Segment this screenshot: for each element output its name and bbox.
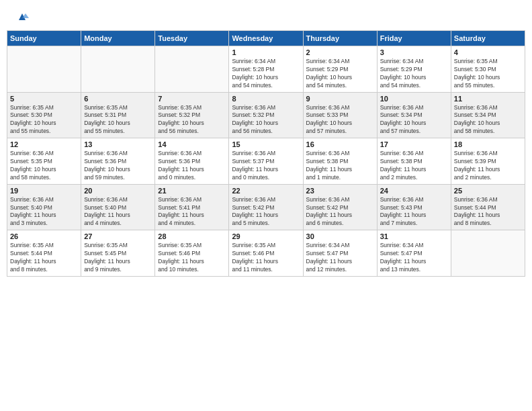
calendar-cell [81,46,155,93]
day-number: 11 [454,95,522,103]
day-number: 4 [454,48,522,56]
day-number: 9 [306,95,374,103]
weekday-header: Tuesday [155,31,229,46]
day-info: Sunrise: 6:34 AM Sunset: 5:47 PM Dayligh… [380,242,448,274]
day-info: Sunrise: 6:36 AM Sunset: 5:38 PM Dayligh… [306,150,374,182]
calendar-cell: 27Sunrise: 6:35 AM Sunset: 5:45 PM Dayli… [81,230,155,277]
day-info: Sunrise: 6:35 AM Sunset: 5:32 PM Dayligh… [158,104,226,136]
weekday-header: Monday [81,31,155,46]
calendar-week-row: 26Sunrise: 6:35 AM Sunset: 5:44 PM Dayli… [7,230,525,277]
calendar-week-row: 19Sunrise: 6:36 AM Sunset: 5:40 PM Dayli… [7,184,525,230]
calendar-cell [451,230,525,277]
calendar-cell: 9Sunrise: 6:36 AM Sunset: 5:33 PM Daylig… [303,92,377,138]
calendar-cell: 13Sunrise: 6:36 AM Sunset: 5:36 PM Dayli… [81,138,155,185]
day-info: Sunrise: 6:36 AM Sunset: 5:40 PM Dayligh… [84,196,152,228]
day-number: 29 [232,232,300,240]
calendar-cell: 23Sunrise: 6:36 AM Sunset: 5:42 PM Dayli… [303,184,377,230]
calendar-cell: 8Sunrise: 6:36 AM Sunset: 5:32 PM Daylig… [229,92,303,138]
calendar-table: SundayMondayTuesdayWednesdayThursdayFrid… [7,30,525,277]
day-number: 13 [84,140,152,148]
calendar-cell: 31Sunrise: 6:34 AM Sunset: 5:47 PM Dayli… [377,230,451,277]
weekday-header: Wednesday [229,31,303,46]
day-number: 20 [84,187,152,195]
calendar-body: 1Sunrise: 6:34 AM Sunset: 5:28 PM Daylig… [7,46,525,277]
day-info: Sunrise: 6:36 AM Sunset: 5:42 PM Dayligh… [232,196,300,228]
calendar-cell: 28Sunrise: 6:35 AM Sunset: 5:46 PM Dayli… [155,230,229,277]
day-info: Sunrise: 6:36 AM Sunset: 5:42 PM Dayligh… [306,196,374,228]
day-number: 3 [380,48,448,56]
calendar-cell: 14Sunrise: 6:36 AM Sunset: 5:36 PM Dayli… [155,138,229,185]
day-number: 1 [232,48,300,56]
day-info: Sunrise: 6:35 AM Sunset: 5:46 PM Dayligh… [158,242,226,274]
day-number: 26 [10,232,78,240]
day-number: 7 [158,95,226,103]
day-number: 16 [306,140,374,148]
day-info: Sunrise: 6:35 AM Sunset: 5:31 PM Dayligh… [84,104,152,136]
calendar-week-row: 1Sunrise: 6:34 AM Sunset: 5:28 PM Daylig… [7,46,525,93]
calendar-week-row: 5Sunrise: 6:35 AM Sunset: 5:30 PM Daylig… [7,92,525,138]
calendar-cell: 10Sunrise: 6:36 AM Sunset: 5:34 PM Dayli… [377,92,451,138]
weekday-header: Thursday [303,31,377,46]
day-number: 22 [232,187,300,195]
calendar-cell [155,46,229,93]
calendar-cell: 4Sunrise: 6:35 AM Sunset: 5:30 PM Daylig… [451,46,525,93]
day-info: Sunrise: 6:34 AM Sunset: 5:47 PM Dayligh… [306,242,374,274]
day-info: Sunrise: 6:36 AM Sunset: 5:38 PM Dayligh… [380,150,448,182]
day-number: 10 [380,95,448,103]
calendar-cell: 16Sunrise: 6:36 AM Sunset: 5:38 PM Dayli… [303,138,377,185]
calendar-cell: 6Sunrise: 6:35 AM Sunset: 5:31 PM Daylig… [81,92,155,138]
day-info: Sunrise: 6:36 AM Sunset: 5:35 PM Dayligh… [10,150,78,182]
day-info: Sunrise: 6:35 AM Sunset: 5:30 PM Dayligh… [454,58,522,90]
calendar-header: SundayMondayTuesdayWednesdayThursdayFrid… [7,31,525,46]
calendar-cell: 24Sunrise: 6:36 AM Sunset: 5:43 PM Dayli… [377,184,451,230]
calendar-cell: 25Sunrise: 6:36 AM Sunset: 5:44 PM Dayli… [451,184,525,230]
day-info: Sunrise: 6:36 AM Sunset: 5:41 PM Dayligh… [158,196,226,228]
calendar-cell: 26Sunrise: 6:35 AM Sunset: 5:44 PM Dayli… [7,230,81,277]
day-info: Sunrise: 6:35 AM Sunset: 5:45 PM Dayligh… [84,242,152,274]
day-info: Sunrise: 6:36 AM Sunset: 5:32 PM Dayligh… [232,104,300,136]
weekday-header: Sunday [7,31,81,46]
calendar-cell: 22Sunrise: 6:36 AM Sunset: 5:42 PM Dayli… [229,184,303,230]
calendar-cell: 19Sunrise: 6:36 AM Sunset: 5:40 PM Dayli… [7,184,81,230]
day-number: 30 [306,232,374,240]
calendar-cell: 18Sunrise: 6:36 AM Sunset: 5:39 PM Dayli… [451,138,525,185]
calendar-cell: 7Sunrise: 6:35 AM Sunset: 5:32 PM Daylig… [155,92,229,138]
calendar-cell: 17Sunrise: 6:36 AM Sunset: 5:38 PM Dayli… [377,138,451,185]
day-number: 14 [158,140,226,148]
calendar-cell: 20Sunrise: 6:36 AM Sunset: 5:40 PM Dayli… [81,184,155,230]
calendar-cell: 30Sunrise: 6:34 AM Sunset: 5:47 PM Dayli… [303,230,377,277]
day-number: 19 [10,187,78,195]
calendar-cell: 1Sunrise: 6:34 AM Sunset: 5:28 PM Daylig… [229,46,303,93]
calendar-cell [7,46,81,93]
day-number: 12 [10,140,78,148]
day-number: 23 [306,187,374,195]
day-info: Sunrise: 6:35 AM Sunset: 5:30 PM Dayligh… [10,104,78,136]
weekday-row: SundayMondayTuesdayWednesdayThursdayFrid… [7,31,525,46]
day-number: 25 [454,187,522,195]
calendar-week-row: 12Sunrise: 6:36 AM Sunset: 5:35 PM Dayli… [7,138,525,185]
day-info: Sunrise: 6:34 AM Sunset: 5:29 PM Dayligh… [380,58,448,90]
logo-icon [15,10,29,24]
calendar-cell: 12Sunrise: 6:36 AM Sunset: 5:35 PM Dayli… [7,138,81,185]
day-number: 17 [380,140,448,148]
day-number: 28 [158,232,226,240]
day-number: 31 [380,232,448,240]
day-info: Sunrise: 6:36 AM Sunset: 5:40 PM Dayligh… [10,196,78,228]
day-number: 24 [380,187,448,195]
day-info: Sunrise: 6:36 AM Sunset: 5:33 PM Dayligh… [306,104,374,136]
calendar-cell: 11Sunrise: 6:36 AM Sunset: 5:34 PM Dayli… [451,92,525,138]
day-info: Sunrise: 6:36 AM Sunset: 5:34 PM Dayligh… [454,104,522,136]
day-number: 27 [84,232,152,240]
day-info: Sunrise: 6:35 AM Sunset: 5:44 PM Dayligh… [10,242,78,274]
day-info: Sunrise: 6:36 AM Sunset: 5:43 PM Dayligh… [380,196,448,228]
day-info: Sunrise: 6:36 AM Sunset: 5:44 PM Dayligh… [454,196,522,228]
day-info: Sunrise: 6:36 AM Sunset: 5:37 PM Dayligh… [232,150,300,182]
day-info: Sunrise: 6:35 AM Sunset: 5:46 PM Dayligh… [232,242,300,274]
calendar-cell: 15Sunrise: 6:36 AM Sunset: 5:37 PM Dayli… [229,138,303,185]
day-number: 18 [454,140,522,148]
day-number: 21 [158,187,226,195]
day-number: 6 [84,95,152,103]
calendar-cell: 5Sunrise: 6:35 AM Sunset: 5:30 PM Daylig… [7,92,81,138]
day-info: Sunrise: 6:34 AM Sunset: 5:28 PM Dayligh… [232,58,300,90]
weekday-header: Saturday [451,31,525,46]
